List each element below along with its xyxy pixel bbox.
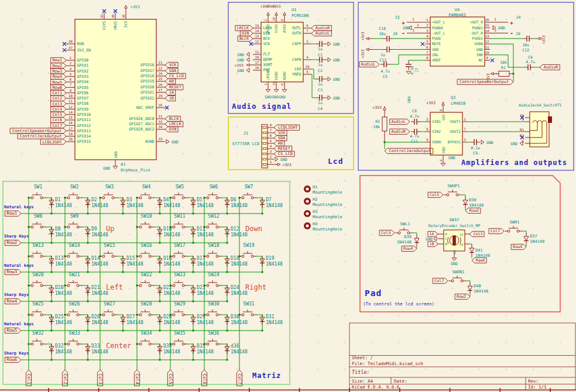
matrix-cell-SW9[interactable]: SW9D91N4148 — [64, 214, 108, 244]
matrix-cell-SW24[interactable]: SW24D241N4148 — [203, 272, 248, 302]
global-label-SCK[interactable]: SCK — [274, 130, 287, 135]
global-label-Row6[interactable]: Row6 — [51, 85, 66, 90]
rotary-encoder-sw37[interactable]: SW37RotaryEncoder_Switch_MPACB1AGND1BS1S… — [426, 218, 490, 266]
matrix-cell-SW1[interactable]: SW1D11N4148 — [28, 184, 72, 215]
resistor-R2[interactable] — [382, 117, 387, 131]
global-label-Row5[interactable]: Row5 — [51, 80, 66, 85]
global-label-1B[interactable]: 1B — [165, 95, 176, 101]
matrix-cell-SW2[interactable]: SW2D21N4148 — [64, 184, 108, 215]
matrix-cell-SW6[interactable]: SW6D61N4148 — [203, 184, 248, 215]
global-label-ControlSpeakerOutput[interactable]: ControlSpeakerOutput — [457, 79, 513, 84]
global-label-A0[interactable]: A0 — [165, 78, 176, 84]
global-label-Row6[interactable]: Row6 — [5, 357, 21, 362]
matrix-cell-SW5[interactable]: SW5D51N4148 — [169, 184, 214, 215]
global-label-Col3[interactable]: Col3 — [379, 230, 395, 235]
matrix-cell-SW25[interactable]: SW25D251N4148 — [28, 301, 72, 332]
global-label-Row2[interactable]: Row2 — [5, 240, 21, 245]
global-label-Col4[interactable]: Col4 — [51, 106, 66, 112]
global-label-Row4[interactable]: Row4 — [511, 244, 526, 249]
key-matrix[interactable]: Col1Col2Col3Col4Col5Col6Col7Natural keys… — [4, 184, 283, 386]
lm4810[interactable]: U2LM4810+3V38VDD2VIN16VIN25SHDN1VOUT17VO… — [425, 95, 468, 166]
global-label-Col3[interactable]: Col3 — [469, 231, 484, 236]
global-label-LRCLK[interactable]: LRCLK — [165, 121, 183, 126]
mounting-hole-H2[interactable]: H2MountingHole — [304, 197, 342, 207]
global-label-DIN[interactable]: DIN — [165, 126, 178, 132]
matrix-cell-SW33[interactable]: SW33D331N4148 — [64, 331, 108, 361]
global-label-Row4[interactable]: Row4 — [51, 74, 66, 79]
pad-section[interactable]: SWUP1Col5D381N4148Row2SWL1Col3D391N4148R… — [379, 184, 544, 300]
global-label-Col1[interactable]: Col1 — [26, 370, 31, 386]
matrix-cell-SW29[interactable]: SW29D291N4148 — [169, 301, 214, 332]
matrix-cell-SW18[interactable]: SW18D181N4148 — [203, 243, 248, 273]
global-label-Col2[interactable]: Col2 — [51, 95, 66, 101]
matrix-cell-SW4[interactable]: SW4D41N4148 — [136, 184, 180, 215]
matrix-cell-SW20[interactable]: SW20D201N4148 — [28, 272, 72, 302]
matrix-cell-SW35[interactable]: SW35D351N4148 — [169, 331, 214, 361]
global-label-Col5[interactable]: Col5 — [167, 370, 173, 386]
pad-switch-SWDN1[interactable]: SWDN1Col7D401N4148Row2 — [433, 270, 488, 300]
global-label-Row2[interactable]: Row2 — [455, 294, 470, 299]
amp-section[interactable]: U4PAM84031+OUT_L2PGND03-OUT_L4PVDD5MUTE6… — [359, 8, 562, 166]
global-label-Row1[interactable]: Row1 — [51, 57, 66, 63]
global-label-Col1[interactable]: Col1 — [51, 90, 66, 95]
matrix-cell-SW30[interactable]: SW30D301N4148 — [203, 301, 248, 332]
global-label-BLCK[interactable]: BLCK — [165, 116, 180, 121]
matrix-cell-SW7[interactable]: SW7D71N4148 — [238, 184, 283, 215]
global-label-Row2[interactable]: Row2 — [465, 208, 481, 213]
global-label-CS_LCD[interactable]: CS_LCD — [274, 151, 294, 156]
global-label-Col6[interactable]: Col6 — [51, 117, 66, 122]
global-label-RESET[interactable]: RESET — [165, 84, 183, 90]
matrix-cell-SW21[interactable]: SW21D211N4148 — [64, 272, 108, 302]
matrix-cell-SW31[interactable]: SW31D311N4148 — [238, 301, 283, 332]
global-label-DIN[interactable]: DIN — [240, 30, 253, 36]
resistor-R1[interactable] — [499, 71, 509, 77]
global-label-LCDLIGHT[interactable]: LCDLIGHT — [40, 139, 66, 145]
global-label-Col7[interactable]: Col7 — [433, 278, 448, 283]
matrix-cell-SW32[interactable]: SW32D321N4148 — [28, 331, 72, 361]
matrix-cell-SW8[interactable]: SW8D81N4148 — [28, 214, 72, 244]
global-label-AudioR[interactable]: AudioR — [311, 25, 331, 30]
global-label-Col7[interactable]: Col7 — [51, 123, 66, 128]
matrix-cell-SW19[interactable]: SW19D191N4148 — [238, 243, 283, 273]
pad-switch-SWR1[interactable]: SWR1Col7D371N4148Row4 — [489, 220, 544, 250]
global-label-Col2[interactable]: Col2 — [62, 370, 67, 386]
global-label-CS_LCD[interactable]: CS_LCD — [165, 73, 186, 78]
global-label-Row3[interactable]: Row3 — [5, 269, 21, 274]
matrix-cell-SW17[interactable]: SW17D171N4148 — [169, 243, 214, 273]
mounting-hole-H1[interactable]: H1MountingHole — [304, 185, 342, 195]
global-label-AudioR[interactable]: AudioR — [540, 64, 560, 70]
global-label-SDA[interactable]: SDA — [274, 135, 287, 140]
kicad-schematic-canvas[interactable]: 39VSYS40VBUS363V3+3V330RUN373V3_EN1GPIO0… — [0, 0, 576, 392]
matrix-cell-SW23[interactable]: SW23D231N4148 — [169, 272, 214, 302]
mounting-hole-H3[interactable]: H3MountingHole — [304, 209, 342, 219]
global-label-Col7[interactable]: Col7 — [489, 228, 504, 233]
global-label-1A[interactable]: 1A — [428, 231, 438, 236]
global-label-RESET[interactable]: RESET — [274, 146, 292, 151]
global-label-Col3[interactable]: Col3 — [97, 370, 102, 386]
audio-jack[interactable]: AudioJackA_SwitchT1TNTR1R2SGND — [510, 103, 561, 147]
global-label-AudioR[interactable]: AudioR — [390, 129, 410, 134]
global-label-LRCLK[interactable]: LRCLK — [235, 25, 253, 30]
matrix-cell-SW11[interactable]: SW11D111N4148 — [169, 214, 214, 244]
global-label-AudioL[interactable]: AudioL — [359, 61, 379, 67]
mcu-orpheus-pico[interactable]: 39VSYS40VBUS363V3+3V330RUN373V3_EN1GPIO0… — [10, 5, 186, 173]
matrix-cell-SW13[interactable]: SW13D131N4148 — [28, 243, 72, 273]
global-label-Row6[interactable]: Row6 — [472, 257, 486, 263]
mounting-hole-H4[interactable]: H4MountingHole — [304, 222, 342, 232]
global-label-Col5[interactable]: Col5 — [51, 112, 66, 117]
global-label-AudioL[interactable]: AudioL — [311, 30, 331, 36]
global-label-Col3[interactable]: Col3 — [51, 101, 66, 106]
matrix-cell-SW12[interactable]: SW12D121N4148 — [203, 214, 248, 244]
global-label-Col7[interactable]: Col7 — [236, 370, 242, 386]
global-label-SCK[interactable]: SCK — [165, 62, 178, 67]
global-label-Row4[interactable]: Row4 — [402, 246, 417, 251]
global-label-Row5[interactable]: Row5 — [5, 328, 21, 333]
global-label-Row1[interactable]: Row1 — [5, 211, 21, 216]
global-label-1A[interactable]: 1A — [165, 90, 176, 95]
global-label-Col5[interactable]: Col5 — [428, 192, 443, 197]
global-label-AudioL[interactable]: AudioL — [390, 119, 410, 124]
pam8403[interactable]: U4PAM84031+OUT_L2PGND03-OUT_L4PVDD5MUTE6… — [421, 8, 494, 66]
global-label-BLCK[interactable]: BLCK — [238, 36, 253, 41]
global-label-Col6[interactable]: Col6 — [201, 370, 207, 386]
matrix-cell-SW36[interactable]: SW36d361N4148 — [203, 331, 248, 361]
